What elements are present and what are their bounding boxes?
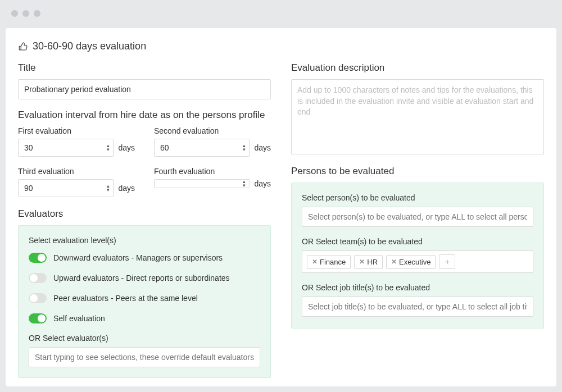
evaluator-toggle-2[interactable] <box>29 293 47 303</box>
evaluator-toggle-label-0: Downward evaluators - Managers or superv… <box>53 253 223 262</box>
interval-value-2: 90 <box>24 184 98 193</box>
interval-value-1: 60 <box>160 143 234 152</box>
page-title-text: 30-60-90 days evaluation <box>33 40 146 52</box>
team-tag: ✕Finance <box>307 255 351 269</box>
remove-tag-icon[interactable]: ✕ <box>312 258 318 266</box>
or-select-evaluators-label: OR Select evaluator(s) <box>29 334 260 343</box>
title-input[interactable] <box>18 79 271 99</box>
select-job-titles-label: OR Select job title(s) to be evaluated <box>302 283 533 292</box>
interval-unit-1: days <box>254 143 271 152</box>
description-textarea[interactable]: Add up to 1000 characters of notes and t… <box>291 79 544 154</box>
interval-label-2: Third evaluation <box>18 167 135 176</box>
persons-select-input[interactable] <box>302 207 533 227</box>
evaluation-levels-label: Select evaluation level(s) <box>29 236 260 245</box>
window-dot[interactable] <box>22 10 29 17</box>
interval-unit-2: days <box>118 184 135 193</box>
stepper-down-icon[interactable]: ▾ <box>107 148 110 152</box>
persons-heading: Persons to be evaluated <box>291 166 544 177</box>
interval-stepper-1[interactable]: 60 ▴ ▾ <box>154 139 250 157</box>
evaluator-toggle-1[interactable] <box>29 273 47 283</box>
remove-tag-icon[interactable]: ✕ <box>391 258 397 266</box>
interval-label-3: Fourth evaluation <box>154 167 271 176</box>
job-titles-select-input[interactable] <box>302 297 533 317</box>
persons-panel: Select person(s) to be evaluated OR Sele… <box>291 183 544 329</box>
interval-stepper-2[interactable]: 90 ▴ ▾ <box>18 179 114 197</box>
description-label: Evaluation description <box>291 62 544 74</box>
main-card: 30-60-90 days evaluation Title Evaluatio… <box>6 28 556 386</box>
interval-stepper-3[interactable]: ▴ ▾ <box>154 179 250 188</box>
team-tag-label: Finance <box>320 258 346 266</box>
evaluator-toggle-3[interactable] <box>29 313 47 323</box>
evaluators-panel: Select evaluation level(s) Downward eval… <box>18 225 271 378</box>
interval-stepper-0[interactable]: 30 ▴ ▾ <box>18 139 114 157</box>
interval-unit-3: days <box>254 179 271 188</box>
stepper-down-icon[interactable]: ▾ <box>107 188 110 192</box>
select-persons-label: Select person(s) to be evaluated <box>302 193 533 202</box>
evaluator-select-input[interactable] <box>29 347 260 367</box>
evaluators-heading: Evaluators <box>18 208 271 220</box>
stepper-down-icon[interactable]: ▾ <box>243 148 246 152</box>
remove-tag-icon[interactable]: ✕ <box>359 258 365 266</box>
title-label: Title <box>18 62 271 74</box>
evaluator-toggle-label-3: Self evaluation <box>53 314 105 323</box>
select-teams-label: OR Select team(s) to be evaluated <box>302 237 533 246</box>
interval-label-0: First evaluation <box>18 126 135 135</box>
window-dot[interactable] <box>34 10 40 17</box>
team-tag: ✕HR <box>354 255 383 269</box>
team-tag-label: HR <box>367 258 378 266</box>
teams-tag-input[interactable]: ✕Finance✕HR✕Executive+ <box>302 250 533 273</box>
window-controls <box>11 10 40 17</box>
stepper-down-icon[interactable]: ▾ <box>243 184 246 188</box>
evaluator-toggle-label-2: Peer evaluators - Peers at the same leve… <box>53 294 198 303</box>
window-frame: 30-60-90 days evaluation Title Evaluatio… <box>0 0 562 392</box>
team-tag: ✕Executive <box>386 255 436 269</box>
evaluator-toggle-0[interactable] <box>29 253 47 263</box>
page-title: 30-60-90 days evaluation <box>18 40 544 52</box>
team-tag-label: Executive <box>399 258 430 266</box>
interval-heading: Evaluation interval from hire date as on… <box>18 110 271 121</box>
window-dot[interactable] <box>11 10 18 17</box>
evaluator-toggle-label-1: Upward evaluators - Direct reports or su… <box>53 274 230 282</box>
thumbs-up-icon <box>18 42 28 52</box>
interval-label-1: Second evaluation <box>154 126 271 135</box>
interval-value-0: 30 <box>24 143 98 152</box>
add-team-button[interactable]: + <box>439 254 455 269</box>
interval-unit-0: days <box>118 143 135 152</box>
